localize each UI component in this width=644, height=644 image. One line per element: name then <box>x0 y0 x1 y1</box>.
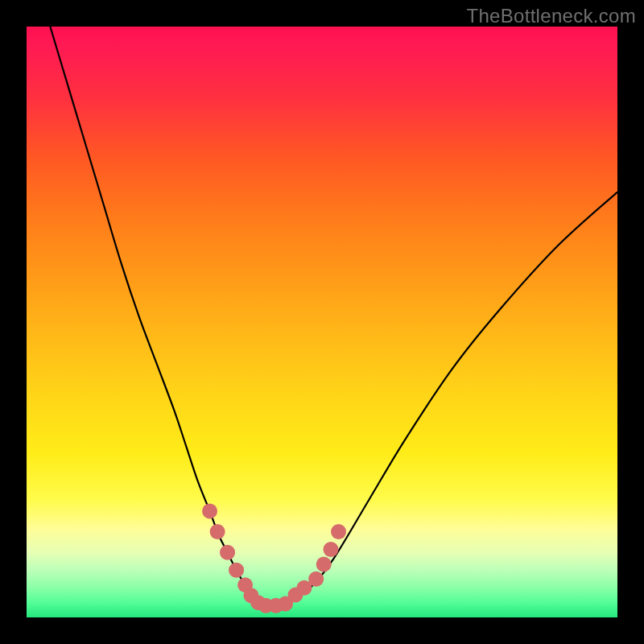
bottleneck-curve-path <box>50 27 617 605</box>
curve-marker <box>202 503 217 518</box>
curve-marker <box>308 572 324 587</box>
plot-area <box>27 27 617 617</box>
curve-markers <box>202 503 346 613</box>
curve-layer <box>27 27 617 617</box>
watermark-text: TheBottleneck.com <box>466 5 636 27</box>
chart-frame: TheBottleneck.com <box>0 0 644 644</box>
curve-marker <box>331 524 346 539</box>
curve-marker <box>210 524 225 539</box>
bottleneck-curve <box>50 27 617 605</box>
curve-marker <box>324 542 339 557</box>
curve-marker <box>229 563 244 578</box>
curve-marker <box>316 556 332 572</box>
curve-marker <box>220 545 235 560</box>
